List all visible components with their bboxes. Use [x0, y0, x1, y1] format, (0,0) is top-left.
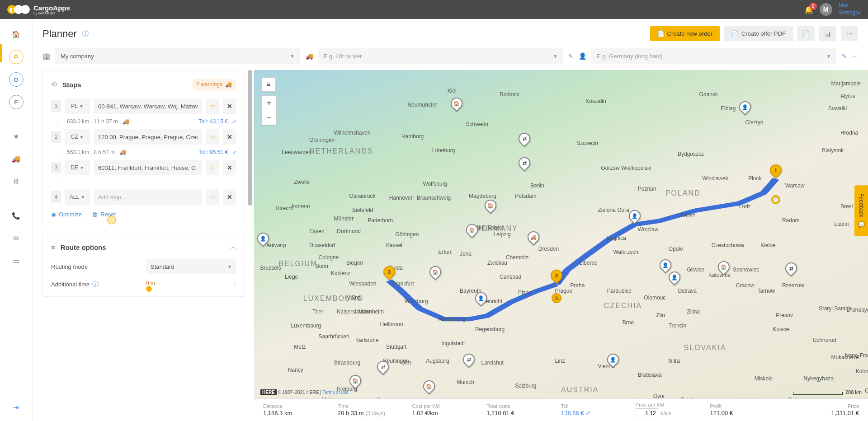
map-country-label: CZECHIA	[604, 302, 642, 310]
terms-link[interactable]: Terms of use	[322, 390, 348, 395]
scrollbar-thumb[interactable]	[248, 70, 252, 206]
map-poi-marker[interactable]: 🏠	[429, 266, 441, 281]
map-poi-marker[interactable]: 🏠	[466, 224, 478, 239]
routing-mode-select[interactable]: Standard ▼	[146, 259, 236, 274]
route-warning-marker[interactable]: ⚠	[552, 293, 561, 303]
file-icon: 📄	[657, 30, 665, 37]
feedback-tab[interactable]: Feedback 💬	[854, 185, 868, 236]
map-poi-marker[interactable]: 🏠	[349, 375, 361, 389]
favorite-stop-button[interactable]: ☆	[206, 160, 219, 175]
map-city-label: Jena	[460, 251, 472, 257]
slider-thumb[interactable]	[146, 286, 152, 292]
edit-driver-icon[interactable]: ✎	[842, 53, 847, 60]
map-poi-marker[interactable]: ⇄	[463, 354, 475, 368]
map-poi-marker[interactable]: 👤	[739, 101, 751, 116]
optimize-button[interactable]: ◉ Optimize	[51, 211, 82, 218]
sidenav-mail[interactable]: ✉	[9, 231, 24, 246]
stop-address-input[interactable]	[94, 98, 202, 114]
map-city-label: Siegen	[346, 260, 363, 266]
stop-country-select[interactable]: CZ▼	[65, 129, 90, 145]
sidenav-home[interactable]: 🏠	[9, 27, 24, 42]
favorite-stop-button[interactable]: ☆	[206, 98, 219, 114]
map-poi-marker[interactable]: 👤	[257, 233, 269, 247]
sidenav-favorites[interactable]: ★	[9, 129, 24, 144]
collapse-config-icon[interactable]: ︿	[852, 52, 858, 60]
stop-address-input[interactable]	[94, 129, 202, 145]
map-zoom-in[interactable]: +	[262, 96, 276, 110]
map-poi-marker[interactable]: ⇄	[519, 157, 530, 172]
map-zoom-out[interactable]: −	[262, 110, 276, 125]
map-poi-marker[interactable]: 👤	[669, 271, 680, 286]
map-poi-marker[interactable]: ⇄	[519, 133, 530, 147]
route-stop-marker[interactable]: 2	[551, 270, 562, 284]
more-button[interactable]: ⋯	[841, 26, 858, 41]
warnings-badge[interactable]: 2 warnings 🚚	[192, 79, 236, 90]
slider-reset-icon[interactable]: ↑	[234, 281, 237, 288]
stop-country-select[interactable]: ALL▼	[65, 189, 90, 205]
map-poi-marker[interactable]: 👤	[629, 210, 641, 225]
map-poi-marker[interactable]: ⇄	[377, 361, 389, 375]
map-poi-marker[interactable]: 🚚	[528, 231, 539, 246]
map-city-label: Poznan	[638, 186, 656, 192]
sidenav-fleet[interactable]: F	[9, 95, 24, 109]
stop-country-select[interactable]: PL▼	[65, 98, 90, 114]
expand-icon[interactable]: ⤢	[232, 150, 236, 155]
sidenav-settings[interactable]: ⚙	[9, 174, 24, 189]
collapse-icon[interactable]: ︿	[230, 243, 236, 251]
remove-stop-button[interactable]: ✕	[223, 160, 236, 175]
edit-vehicle-icon[interactable]: ✎	[568, 53, 573, 60]
stop-row: 3 DE▼ ☆ ✕	[51, 160, 236, 175]
map-city-label: Sosnowiec	[733, 267, 759, 273]
logo[interactable]: ◐ CargoApps by IMPARGO	[7, 4, 70, 15]
remove-stop-button[interactable]: ✕	[223, 98, 236, 114]
sidenav-orders[interactable]: O	[9, 72, 24, 87]
reset-button[interactable]: 🗑 Reset	[92, 211, 116, 218]
info-icon[interactable]: ⓘ	[82, 30, 89, 38]
company-select[interactable]: My company ▼	[55, 48, 300, 64]
map-poi-marker[interactable]: ⇄	[785, 262, 797, 277]
route-options-title: Route options	[61, 243, 106, 251]
stat-toll[interactable]: 138.66 € ⤢	[561, 410, 636, 416]
map-city-label: Opole	[669, 246, 683, 252]
sidenav-planner[interactable]: P	[9, 50, 24, 64]
driver-select[interactable]: E.g. Germany (long haul) ▼	[591, 48, 836, 64]
map-poi-marker[interactable]: 👤	[607, 354, 619, 368]
segment-toll[interactable]: Toll: 43.15 €	[198, 118, 228, 125]
map-poi-marker[interactable]: 🏠	[718, 261, 730, 276]
chart-button[interactable]: 📊	[819, 26, 836, 41]
map[interactable]: NETHERLANDSGERMANYPOLANDBELGIUMLUXEMBOUR…	[254, 70, 868, 421]
create-offer-pdf-button[interactable]: 📄 Create offer PDF	[724, 26, 793, 41]
stop-country-select[interactable]: DE▼	[65, 160, 90, 175]
map-poi-marker[interactable]: 👤	[475, 292, 487, 307]
route-time-marker[interactable]: 🕐	[771, 195, 780, 204]
add-stop-input[interactable]	[94, 189, 202, 205]
sidenav-vehicles[interactable]: 🚚	[9, 152, 24, 166]
sidenav-phone[interactable]: 📞	[9, 209, 24, 223]
info-icon[interactable]: ⓘ	[92, 280, 99, 288]
sidenav-toggle[interactable]: ⇥	[9, 400, 24, 415]
user-name-link[interactable]: Max	[839, 2, 861, 9]
remove-stop-button[interactable]: ✕	[223, 129, 236, 145]
favorite-stop-button[interactable]: ☆	[206, 129, 219, 145]
sidenav-video[interactable]: ▭	[9, 254, 24, 268]
route-stop-marker[interactable]: 1	[770, 164, 782, 179]
export-button[interactable]: 📄	[797, 26, 815, 41]
route-stop-marker[interactable]: 3	[383, 266, 395, 281]
map-poi-marker[interactable]: 🏠	[485, 200, 496, 214]
vehicle-select[interactable]: E.g. 40t tanker ▼	[318, 48, 563, 64]
map-poi-marker[interactable]: 🏠	[423, 380, 435, 395]
map-city-label: Pardubice	[607, 288, 632, 294]
notifications-bell[interactable]: 🔔 2	[804, 5, 813, 14]
segment-toll[interactable]: Toll: 95.51 €	[198, 149, 228, 155]
map-poi-marker[interactable]: 🏠	[451, 98, 462, 112]
create-order-button[interactable]: 📄 Create new order	[650, 26, 720, 41]
expand-icon[interactable]: ⤢	[232, 119, 236, 125]
map-layers-button[interactable]: ≡	[261, 77, 276, 92]
map-city-label: Luxembourg	[291, 323, 321, 329]
price-per-km-input[interactable]	[636, 408, 658, 418]
stop-address-input[interactable]	[94, 160, 202, 175]
favorite-stop-button[interactable]: ☆	[206, 189, 219, 205]
settings-link[interactable]: Settings▾	[839, 9, 861, 17]
user-avatar[interactable]: M	[820, 3, 832, 16]
remove-stop-button[interactable]: ✕	[223, 189, 236, 205]
